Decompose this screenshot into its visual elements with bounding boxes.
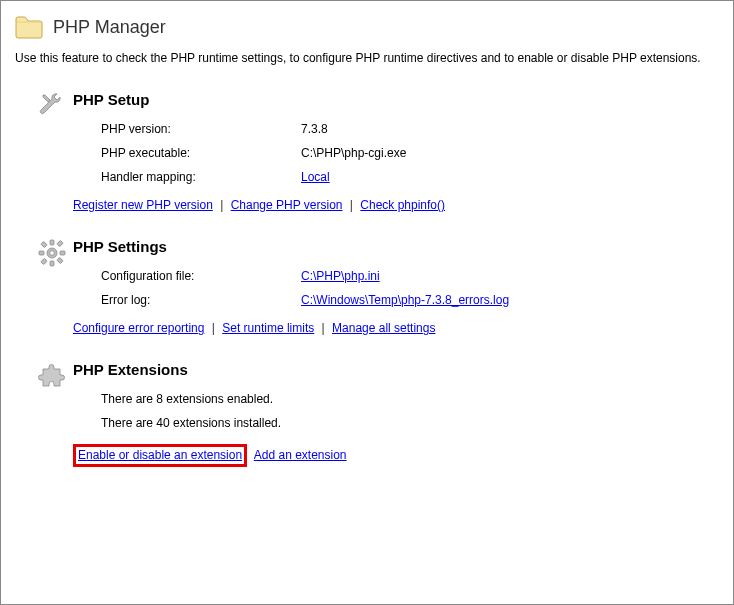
svg-point-9 — [50, 251, 55, 256]
link-add-extension[interactable]: Add an extension — [254, 448, 347, 462]
svg-rect-3 — [39, 251, 44, 255]
section-title-extensions: PHP Extensions — [73, 361, 733, 378]
section-php-extensions: PHP Extensions There are 8 extensions en… — [1, 351, 733, 477]
link-change-php[interactable]: Change PHP version — [231, 198, 343, 212]
row-handler-mapping: Handler mapping: Local — [73, 170, 733, 184]
separator: | — [208, 321, 219, 335]
svg-rect-1 — [50, 240, 54, 245]
section-php-setup: PHP Setup PHP version: 7.3.8 PHP executa… — [1, 81, 733, 222]
link-set-runtime-limits[interactable]: Set runtime limits — [222, 321, 314, 335]
row-config-file: Configuration file: C:\PHP\php.ini — [73, 269, 733, 283]
row-error-log: Error log: C:\Windows\Temp\php-7.3.8_err… — [73, 293, 733, 307]
label-php-executable: PHP executable: — [101, 146, 301, 160]
link-register-php[interactable]: Register new PHP version — [73, 198, 213, 212]
svg-rect-5 — [41, 241, 47, 247]
text-extensions-installed: There are 40 extensions installed. — [73, 416, 733, 430]
link-config-file[interactable]: C:\PHP\php.ini — [301, 269, 380, 283]
row-php-executable: PHP executable: C:\PHP\php-cgi.exe — [73, 146, 733, 160]
value-php-version: 7.3.8 — [301, 122, 733, 136]
highlight-enable-disable: Enable or disable an extension — [73, 444, 247, 467]
section-title-settings: PHP Settings — [73, 238, 733, 255]
link-enable-disable-extension[interactable]: Enable or disable an extension — [78, 448, 242, 462]
link-error-log[interactable]: C:\Windows\Temp\php-7.3.8_errors.log — [301, 293, 509, 307]
svg-rect-2 — [50, 261, 54, 266]
link-configure-error-reporting[interactable]: Configure error reporting — [73, 321, 204, 335]
section-title-setup: PHP Setup — [73, 91, 733, 108]
page-header: PHP Manager — [1, 1, 733, 45]
label-php-version: PHP version: — [101, 122, 301, 136]
wrench-icon — [37, 89, 73, 222]
label-handler-mapping: Handler mapping: — [101, 170, 301, 184]
svg-rect-7 — [41, 258, 47, 264]
page-description: Use this feature to check the PHP runtim… — [1, 45, 733, 75]
value-php-executable: C:\PHP\php-cgi.exe — [301, 146, 733, 160]
gear-icon — [37, 236, 73, 345]
section-php-settings: PHP Settings Configuration file: C:\PHP\… — [1, 228, 733, 345]
link-manage-all-settings[interactable]: Manage all settings — [332, 321, 435, 335]
label-error-log: Error log: — [101, 293, 301, 307]
page-title: PHP Manager — [53, 17, 166, 38]
svg-rect-4 — [60, 251, 65, 255]
row-php-version: PHP version: 7.3.8 — [73, 122, 733, 136]
separator: | — [318, 321, 329, 335]
puzzle-icon — [37, 359, 73, 477]
svg-rect-6 — [57, 257, 63, 263]
folder-icon — [15, 15, 43, 39]
svg-rect-8 — [57, 240, 63, 246]
link-check-phpinfo[interactable]: Check phpinfo() — [360, 198, 445, 212]
separator: | — [346, 198, 357, 212]
separator: | — [216, 198, 227, 212]
link-handler-local[interactable]: Local — [301, 170, 330, 184]
label-config-file: Configuration file: — [101, 269, 301, 283]
text-extensions-enabled: There are 8 extensions enabled. — [73, 392, 733, 406]
